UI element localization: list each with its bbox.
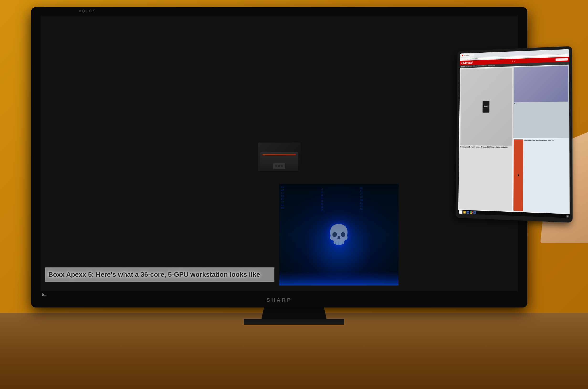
- fire-effect: [279, 271, 399, 286]
- hardware-body: [260, 152, 298, 171]
- tablet-pcworld-logo: PCWorld: [461, 61, 473, 65]
- tablet-fb-icon: f: [511, 60, 511, 62]
- tablet-laptop-article: H...: [513, 65, 569, 138]
- tv-body: AQUOS Thomas ─ □ ✕ P PCWorld - News, tip…: [31, 7, 527, 307]
- tablet-hero-title: Boxx Apexx 5: Here's what a 36-core, 5-G…: [460, 146, 512, 148]
- tablet-tw-icon: 𝕏: [512, 60, 513, 62]
- tablet-forward-btn: →: [463, 58, 465, 60]
- tablet-taskbar-steam: ☁: [467, 211, 469, 214]
- tablet-back-btn: ←: [461, 58, 463, 60]
- hardware-device: [258, 143, 301, 171]
- hero-title: Boxx Apexx 5: Here's what a 36-core, 5-G…: [45, 267, 274, 282]
- tablet-tab-title: PCWorld...: [464, 55, 470, 56]
- tablet-windows-button: [566, 215, 569, 218]
- tv-stand-base: [244, 319, 344, 325]
- led-strip: [262, 155, 296, 155]
- tablet-hero-image: BOXX: [460, 68, 512, 146]
- pcworld-website: PCWorld SUBSCRIBE f 𝕏 g⁺ Work. Life. Pro…: [40, 50, 518, 298]
- tablet-howto-title: How to turn your old phone into a basic …: [524, 139, 554, 141]
- ports: [273, 163, 285, 169]
- tablet-nav-reviews: REVIEWS: [466, 65, 472, 67]
- tablet-nav-hardware: HARDWARE: [488, 65, 495, 67]
- hero-text: Boxx Apexx 5: Here's what a 36-core, 5-G…: [40, 264, 279, 286]
- tablet-screen: PCWorld... ← → www.pcworld.com PCWorld f…: [458, 49, 570, 218]
- articles-grid: BOXX: [40, 82, 518, 286]
- tablet-nav-video: VIDEO: [478, 65, 481, 67]
- tablet-taskbar-spacer: [477, 213, 565, 216]
- tablet-tab: PCWorld...: [461, 54, 475, 57]
- tablet-gp-icon: g⁺: [514, 60, 516, 62]
- tablet-holder: PCWorld... ← → www.pcworld.com PCWorld f…: [454, 48, 588, 234]
- tablet-laptop-title: H...: [514, 102, 568, 104]
- tablet-social: f 𝕏 g⁺: [511, 60, 516, 63]
- tablet-start-icon: [459, 210, 462, 214]
- tablet-search-box: [555, 58, 568, 61]
- tablet-tab-favicon: [462, 55, 463, 56]
- skull-icon: 💀: [327, 223, 351, 246]
- tablet-taskbar-folder: 📁: [463, 211, 466, 214]
- tablet-howto-article: 📱 How to turn your old phone into a basi…: [513, 139, 569, 214]
- bottom-right-article[interactable]: 0110110001101100 1100011011000110 001101…: [279, 184, 399, 286]
- tablet-right-articles: H... 📱 How to turn your old phone into a…: [513, 65, 569, 214]
- tv-screen: Thomas ─ □ ✕ P PCWorld - News, tips and …: [40, 15, 518, 298]
- tablet-nav-howto: HOW-TO: [472, 65, 477, 67]
- tablet-taskbar-chrome: [470, 211, 473, 214]
- tablet-nav-phones: PHONES: [482, 65, 487, 67]
- tv-aquos-label: AQUOS: [79, 9, 96, 13]
- tablet-device: PCWorld... ← → www.pcworld.com PCWorld f…: [456, 46, 573, 223]
- tablet-taskbar-settings: ⚙: [474, 211, 476, 214]
- tablet-hero-article: BOXX Boxx Apexx 5: Here's what a 36-core…: [459, 67, 513, 211]
- tablet-nav-news: NEWS: [461, 65, 465, 67]
- tablet-howto-text: How to turn your old phone into a basic …: [524, 139, 554, 212]
- tablet-boxx-icon: BOXX: [482, 101, 489, 113]
- tablet-laptop-img: [514, 66, 568, 102]
- tablet-howto-image: 📱: [513, 139, 523, 211]
- tablet-articles-grid: BOXX Boxx Apexx 5: Here's what a 36-core…: [458, 65, 570, 214]
- chrome-browser: Thomas ─ □ ✕ P PCWorld - News, tips and …: [40, 15, 518, 298]
- tv-brand-label: SHARP: [266, 297, 292, 303]
- tablet-boxx-label: BOXX: [484, 106, 488, 108]
- matrix-bg: 0110110001101100 1100011011000110 001101…: [279, 184, 399, 286]
